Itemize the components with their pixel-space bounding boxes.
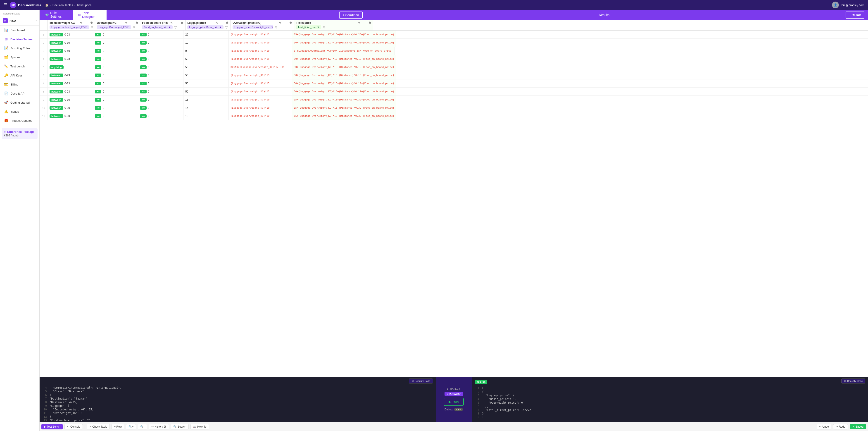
cell-luggage-price[interactable]: 50 <box>183 55 229 63</box>
cell-ticket-price[interactable]: 50+{Luggage.Overweight_KG}*15+{Distance}… <box>292 80 396 87</box>
home-icon[interactable]: 🏠 <box>45 3 49 7</box>
cell-ticket-price[interactable]: 0+{Luggage.Overweight_KG}*10+{Distance}*… <box>292 47 395 55</box>
cell-overweight-price[interactable]: {Luggage.Overweight_KG}*10 <box>229 96 292 103</box>
test-bench-button[interactable]: ▶ Test Bench <box>41 424 63 429</box>
cell-food-on-board[interactable]: >= 0 <box>138 31 183 38</box>
sidebar-item-dashboard[interactable]: 📊 Dashboard <box>1 26 38 34</box>
console-button[interactable]: ›_ Console <box>64 424 83 429</box>
arrow-right-icon[interactable]: → <box>365 21 368 25</box>
delete-icon[interactable]: 🗑 <box>90 21 93 25</box>
cell-ticket-price[interactable]: 50+{Luggage.Overweight_KG}*15+{Distance}… <box>292 71 396 79</box>
cell-overweight-kg[interactable]: >= 0 <box>93 47 138 55</box>
col-chip-luggage-price[interactable]: Luggage_price.Basic_price▼ <box>187 25 223 29</box>
tab-rule-settings[interactable]: ⚙️ Rule Settings <box>39 10 73 20</box>
cell-overweight-price[interactable]: {Luggage.Overweight_KG}*10 <box>229 47 292 55</box>
cell-overweight-price[interactable]: {Luggage.Overweight_KG}*15 <box>229 55 292 63</box>
arrow-right-icon[interactable]: → <box>222 21 225 25</box>
filter-icon[interactable]: ▽ <box>175 26 177 29</box>
result-button[interactable]: + Result <box>846 11 864 19</box>
cell-luggage-price[interactable]: 50 <box>183 80 229 87</box>
arrow-left-icon[interactable]: ← <box>219 21 221 25</box>
col-chip-ticket-price[interactable]: Total_ticket_price▼ <box>296 25 321 29</box>
cell-included-weight[interactable]: between 0-23 <box>48 88 93 95</box>
cell-ticket-price[interactable]: 15+{Luggage.Overweight_KG}*10+{Distance}… <box>292 96 396 103</box>
arrow-left-icon[interactable]: ← <box>361 21 364 25</box>
cell-food-on-board[interactable]: >= 0 <box>138 96 183 103</box>
sidebar-item-billing[interactable]: 💳 Billing <box>1 80 38 89</box>
cell-food-on-board[interactable]: >= 0 <box>138 47 183 55</box>
cell-included-weight[interactable]: between 0-30 <box>48 112 93 120</box>
cell-included-weight[interactable]: between 0-23 <box>48 55 93 63</box>
cell-ticket-price[interactable]: 50+{Luggage.Overweight_KG}*15+{Distance}… <box>292 63 396 71</box>
cell-included-weight[interactable]: anything <box>48 63 93 71</box>
cell-overweight-price[interactable]: {Luggage.Overweight_KG}*15 <box>229 80 292 87</box>
arrow-right-icon[interactable]: → <box>177 21 180 25</box>
cell-luggage-price[interactable]: 50 <box>183 71 229 79</box>
cell-food-on-board[interactable]: >= 0 <box>138 71 183 79</box>
cell-overweight-kg[interactable]: >= 0 <box>93 112 138 120</box>
cell-overweight-price[interactable]: {Luggage.Overweight_KG}*10 <box>229 112 292 120</box>
cell-food-on-board[interactable]: >= 0 <box>138 104 183 112</box>
cell-overweight-kg[interactable]: >= 0 <box>93 55 138 63</box>
cell-overweight-kg[interactable]: >= 0 <box>93 80 138 87</box>
cell-luggage-price[interactable]: 50 <box>183 88 229 95</box>
filter-icon[interactable]: ▽ <box>91 26 93 29</box>
cell-overweight-price[interactable]: {Luggage.Overweight_KG}*10 <box>229 39 292 47</box>
cell-included-weight[interactable]: between 0-30 <box>48 96 93 103</box>
cell-overweight-price[interactable]: ROUND({Luggage.Overweight_KG}*12.38) <box>229 63 292 71</box>
cell-ticket-price[interactable]: 10+{Luggage.Overweight_KG}*10+{Distance}… <box>292 39 396 47</box>
cell-luggage-price[interactable]: 15 <box>183 96 229 103</box>
arrow-left-icon[interactable]: ← <box>128 21 131 25</box>
cell-luggage-price[interactable]: 0 <box>183 47 229 55</box>
cell-overweight-kg[interactable]: >= 0 <box>93 63 138 71</box>
cell-ticket-price[interactable]: 15+{Luggage.Overweight_KG}*10+{Distance}… <box>292 112 396 120</box>
delete-icon[interactable]: 🗑 <box>181 21 183 25</box>
cell-ticket-price[interactable]: 15+{Luggage.Overweight_KG}*10+{Distance}… <box>292 104 396 112</box>
condition-button[interactable]: + Condition <box>339 11 363 19</box>
arrow-right-icon[interactable]: → <box>132 21 134 25</box>
cell-food-on-board[interactable]: >= 0 <box>138 63 183 71</box>
edit-icon[interactable]: ✎ <box>279 21 281 25</box>
delete-icon[interactable]: 🗑 <box>135 21 138 25</box>
edit-icon[interactable]: ✎ <box>80 21 82 25</box>
col-chip-overweight-price[interactable]: Luggage_price.Overweight_price▼ <box>232 25 273 29</box>
breadcrumb-decision-tables[interactable]: Decision Tables <box>53 3 73 7</box>
sidebar-item-decision-tables[interactable]: ⊞ Decision Tables <box>1 35 38 43</box>
history-button[interactable]: ↩ History ⌘ <box>149 424 169 429</box>
cell-included-weight[interactable]: between 0-30 <box>48 39 93 47</box>
sidebar-item-spaces[interactable]: 🗂️ Spaces <box>1 53 38 62</box>
cell-luggage-price[interactable]: 50 <box>183 63 229 71</box>
sidebar-item-test-bench[interactable]: ✏️ Test bench <box>1 62 38 70</box>
cell-overweight-price[interactable]: {Luggage.Overweight_KG}*10 <box>229 104 292 112</box>
beautify-code-right-button[interactable]: 🖥 Beautify Code <box>841 378 865 383</box>
edit-icon[interactable]: ✎ <box>358 21 360 25</box>
cell-ticket-price[interactable]: 50+{Luggage.Overweight_KG}*15+{Distance}… <box>292 55 396 63</box>
cell-included-weight[interactable]: between 0-23 <box>48 71 93 79</box>
cell-food-on-board[interactable]: >= 0 <box>138 39 183 47</box>
cell-overweight-kg[interactable]: >= 0 <box>93 88 138 95</box>
filter-icon[interactable]: ▽ <box>133 26 135 29</box>
zoom-out-button[interactable]: 🔍- <box>138 424 147 429</box>
search-button[interactable]: 🔍 Search <box>171 424 189 429</box>
cell-overweight-kg[interactable]: >= 0 <box>93 39 138 47</box>
sidebar-item-api-keys[interactable]: 🔑 API Keys <box>1 71 38 80</box>
cell-overweight-kg[interactable]: >= 0 <box>93 31 138 38</box>
sidebar-space[interactable]: R R&D › <box>0 16 39 26</box>
check-table-button[interactable]: ✓ Check Table <box>87 424 110 429</box>
cell-overweight-price[interactable]: {Luggage.Overweight_KG}*15 <box>229 71 292 79</box>
edit-icon[interactable]: ✎ <box>125 21 127 25</box>
cell-food-on-board[interactable]: >= 0 <box>138 55 183 63</box>
sidebar-item-product-updates[interactable]: 🎁 Product Updates <box>1 116 38 125</box>
cell-overweight-kg[interactable]: >= 0 <box>93 71 138 79</box>
arrow-right-icon[interactable]: → <box>286 21 288 25</box>
cell-overweight-price[interactable]: {Luggage.Overweight_KG}*15 <box>229 31 292 38</box>
zoom-in-button[interactable]: 🔍+ <box>126 424 136 429</box>
sidebar-item-issues[interactable]: ⚠️ Issues <box>1 107 38 116</box>
col-chip-included-weight[interactable]: Luggage.Included_weight_KG▼ <box>50 25 89 29</box>
filter-icon[interactable]: ▽ <box>225 26 227 29</box>
cell-included-weight[interactable]: between 0-30 <box>48 104 93 112</box>
delete-icon[interactable]: 🗑 <box>369 21 371 25</box>
cell-included-weight[interactable]: between 0-60 <box>48 47 93 55</box>
undo-button[interactable]: ↩ Undo <box>817 424 831 429</box>
filter-icon[interactable]: ▽ <box>323 26 325 29</box>
